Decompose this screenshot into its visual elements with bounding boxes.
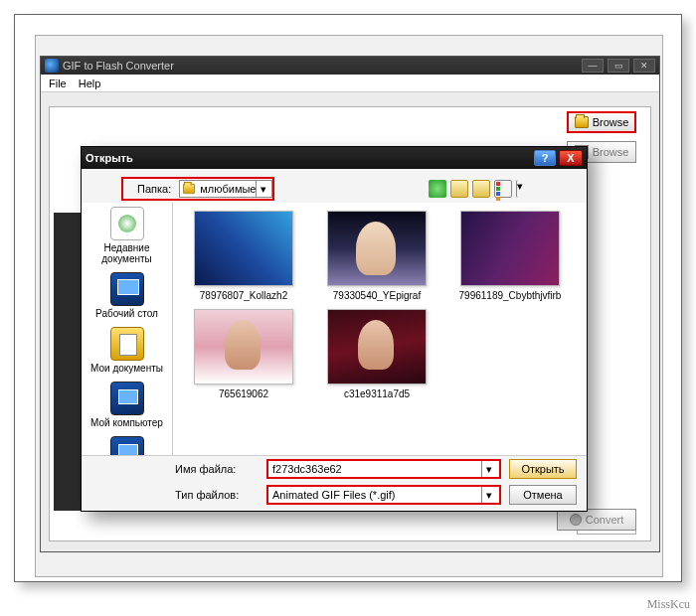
dialog-title: Открыть [86,152,133,164]
file-open-dialog: Открыть ? X Папка: млюбимые ▾ [81,146,588,512]
file-item[interactable]: 765619062 [181,309,306,399]
dialog-help-button[interactable]: ? [534,150,556,166]
file-name: 79961189_Cbybthjvfirb [447,290,573,301]
convert-label: Convert [586,514,624,526]
cancel-button[interactable]: Отмена [509,485,577,505]
maximize-button[interactable]: ▭ [608,59,629,73]
filetype-label: Тип файлов: [175,489,251,501]
file-item[interactable]: 78976807_Kollazh2 [181,211,306,301]
filetype-dropdown[interactable]: Animated GIF Files (*.gif) ▾ [266,485,501,505]
thumbnail-icon [194,211,293,286]
chevron-down-icon: ▾ [256,181,269,197]
file-name: 765619062 [181,388,306,399]
chevron-down-icon[interactable]: ▾ [516,180,534,198]
thumbnail-icon [460,211,560,286]
menu-file[interactable]: File [43,77,73,90]
open-label: Открыть [521,463,564,475]
computer-icon [110,382,144,415]
app-titlebar: GIF to Flash Converter — ▭ ✕ [41,57,659,75]
dialog-footer: Имя файла: f273dc363e62 ▾ Открыть Тип фа… [82,455,587,511]
up-folder-icon[interactable] [450,180,468,198]
back-icon[interactable] [429,180,446,198]
folder-dropdown[interactable]: млюбимые ▾ [179,180,272,198]
documents-icon [110,327,144,361]
browse-label-2: Browse [593,146,629,158]
file-item[interactable]: 79961189_Cbybthjvfirb [447,211,573,301]
folder-icon [575,116,589,128]
app-icon [45,59,59,73]
file-item[interactable]: 79330540_YEpigraf [314,211,439,301]
filename-value: f273dc363e62 [272,463,481,475]
convert-button[interactable]: Convert [557,509,636,531]
dialog-body: Недавние документы Рабочий стол Мои доку… [82,203,587,455]
outer-inset: GIF to Flash Converter — ▭ ✕ File Help B… [35,35,663,577]
cancel-label: Отмена [523,489,562,501]
gear-icon [570,514,582,526]
place-mydocs[interactable]: Мои документы [82,327,172,374]
thumbnail-icon [194,309,293,385]
file-name: c31e9311a7d5 [314,388,439,399]
browse-source-button[interactable]: Browse [567,111,636,133]
browse-label: Browse [593,116,629,128]
chevron-down-icon: ▾ [481,461,495,477]
file-item[interactable]: c31e9311a7d5 [314,309,439,399]
folder-value: млюбимые [200,183,256,195]
close-button[interactable]: ✕ [633,59,655,73]
open-button[interactable]: Открыть [509,459,577,479]
place-label: Мои документы [82,363,172,374]
folder-bar: Папка: млюбимые ▾ [121,177,274,201]
folder-nav-icons: ▾ [427,177,536,201]
folder-label: Папка: [137,183,171,195]
filename-label: Имя файла: [175,463,251,475]
place-desktop[interactable]: Рабочий стол [82,272,172,319]
folder-icon [183,184,195,194]
file-name: 78976807_Kollazh2 [181,290,306,301]
file-name: 79330540_YEpigraf [314,290,439,301]
filetype-value: Animated GIF Files (*.gif) [272,489,481,501]
place-label: Мой компьютер [82,417,172,428]
menubar: File Help [41,75,659,92]
filename-input[interactable]: f273dc363e62 ▾ [266,459,501,479]
chevron-down-icon: ▾ [481,487,495,503]
watermark: MissKcu [647,597,690,612]
recent-icon [110,207,144,240]
view-mode-icon[interactable] [494,180,512,198]
place-label: Недавние документы [82,242,172,264]
thumbnail-icon [327,211,427,286]
desktop-icon [110,272,144,306]
outer-frame: GIF to Flash Converter — ▭ ✕ File Help B… [14,14,682,582]
new-folder-icon[interactable] [472,180,490,198]
app-title: GIF to Flash Converter [63,60,174,72]
dialog-titlebar: Открыть ? X [82,147,587,169]
place-label: Рабочий стол [82,308,172,319]
minimize-button[interactable]: — [582,59,604,73]
file-list[interactable]: 78976807_Kollazh2 79330540_YEpigraf 7996… [173,203,587,455]
places-sidebar: Недавние документы Рабочий стол Мои доку… [82,203,173,455]
thumbnail-icon [327,309,427,385]
place-recent[interactable]: Недавние документы [82,207,172,264]
place-mycomputer[interactable]: Мой компьютер [82,382,172,428]
dialog-close-button[interactable]: X [559,150,583,166]
menu-help[interactable]: Help [73,77,107,90]
